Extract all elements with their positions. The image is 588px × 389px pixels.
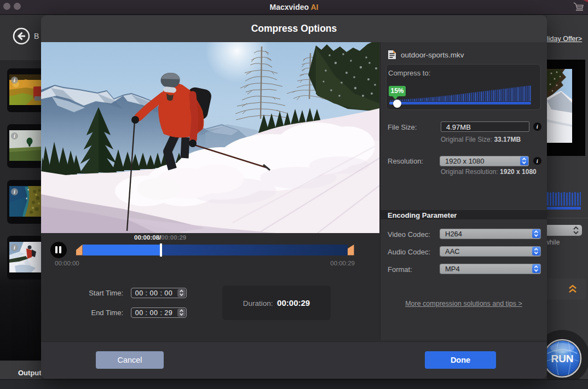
svg-text:RUN: RUN [551,353,573,364]
